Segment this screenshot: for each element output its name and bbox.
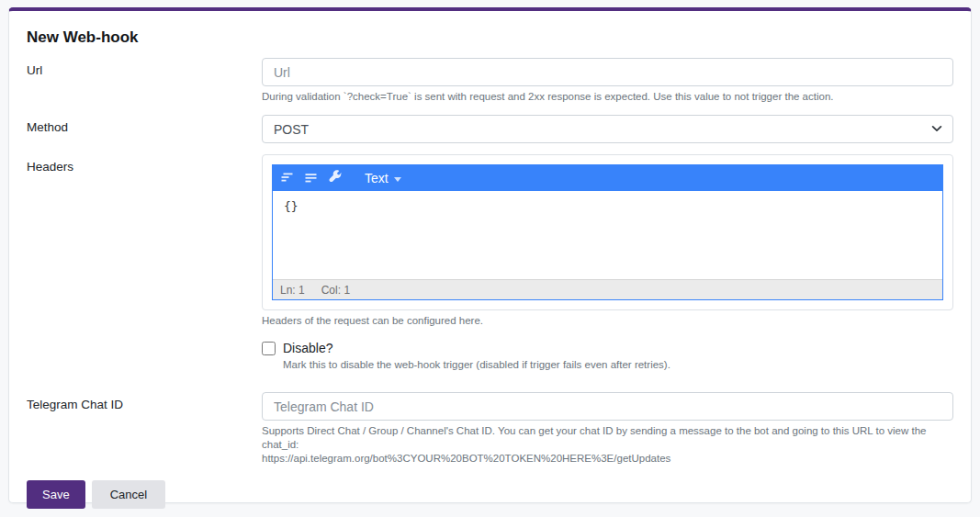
url-label: Url [27, 58, 262, 104]
format-icon [280, 170, 295, 187]
disable-block: Disable? Mark this to disable the web-ho… [262, 341, 953, 372]
editor-mode-selector[interactable]: Text [359, 170, 407, 186]
method-row: Method POST [27, 115, 953, 143]
url-row: Url During validation `?check=True` is s… [27, 58, 953, 104]
webhook-form-card: New Web-hook Url During validation `?che… [8, 7, 972, 503]
disable-label[interactable]: Disable? [283, 341, 332, 355]
compact-icon [304, 170, 319, 187]
telegram-help-text: Supports Direct Chat / Group / Channel's… [262, 424, 953, 466]
caret-down-icon [394, 177, 401, 182]
cancel-button[interactable]: Cancel [92, 480, 165, 509]
telegram-help-line1: Supports Direct Chat / Group / Channel's… [262, 424, 953, 452]
disable-help-text: Mark this to disable the web-hook trigge… [283, 358, 953, 372]
disable-checkbox[interactable] [262, 342, 276, 355]
save-button[interactable]: Save [27, 480, 85, 509]
page-title: New Web-hook [27, 28, 953, 47]
headers-editor-container: Text {} Ln: 1 Col: 1 [262, 154, 953, 310]
telegram-help-line2: https://api.telegram.org/bot%3CYOUR%20BO… [262, 452, 953, 466]
headers-label: Headers [27, 154, 262, 381]
method-label: Method [27, 115, 262, 143]
telegram-row: Telegram Chat ID Supports Direct Chat / … [27, 392, 953, 466]
compact-button[interactable] [300, 168, 322, 188]
method-select[interactable]: POST [262, 115, 953, 143]
headers-help-text: Headers of the request can be configured… [262, 314, 953, 328]
json-editor: Text {} Ln: 1 Col: 1 [272, 164, 943, 300]
editor-mode-label: Text [365, 171, 389, 185]
json-editor-textarea[interactable]: {} [273, 191, 942, 279]
url-help-text: During validation `?check=True` is sent … [262, 90, 953, 104]
telegram-label: Telegram Chat ID [27, 392, 262, 466]
repair-wrench-icon [329, 170, 343, 186]
json-editor-toolbar: Text [273, 165, 942, 191]
format-button[interactable] [276, 168, 299, 188]
repair-button[interactable] [324, 168, 346, 188]
status-line-number: Ln: 1 [280, 284, 305, 297]
json-editor-statusbar: Ln: 1 Col: 1 [273, 279, 942, 299]
url-input[interactable] [262, 58, 953, 86]
telegram-chat-id-input[interactable] [262, 392, 953, 421]
form-actions: Save Cancel [27, 480, 953, 509]
status-column-number: Col: 1 [321, 284, 350, 297]
headers-row: Headers [27, 154, 953, 381]
